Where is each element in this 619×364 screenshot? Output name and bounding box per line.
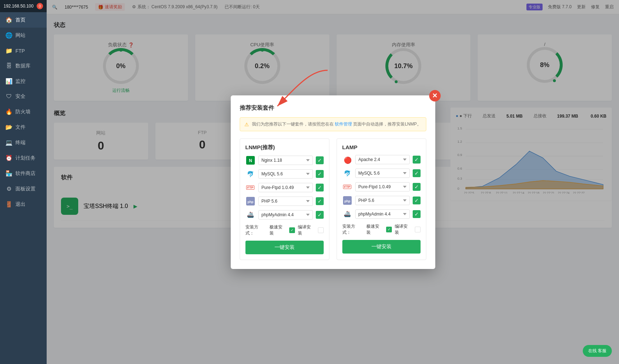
sidebar-item-settings[interactable]: ⚙ 面板设置 (0, 181, 47, 197)
mysql-lamp-icon: 🐬 (342, 168, 352, 178)
sidebar-item-security[interactable]: 🛡 安全 (0, 89, 47, 104)
phpmyadmin-lnmp-row: 🚢 phpMyAdmin 4.4 ✓ (245, 210, 324, 220)
mysql-lnmp-select[interactable]: MySQL 5.6 (258, 169, 313, 179)
sidebar-item-database[interactable]: 🗄 数据库 (0, 58, 47, 74)
lamp-fast-checkbox[interactable]: ✓ (386, 227, 392, 232)
lnmp-title: LNMP(推荐) (245, 144, 324, 151)
modal-title: 推荐安装套件 (240, 104, 426, 112)
svg-text:🐬: 🐬 (344, 170, 351, 177)
phpmyadmin-lamp-row: 🚢 phpMyAdmin 4.4 ✓ (342, 209, 421, 219)
apache-row: 🔴 Apache 2.4 ✓ (342, 155, 421, 165)
settings-icon: ⚙ (5, 185, 13, 192)
sidebar-item-cron[interactable]: ⏰ 计划任务 (0, 150, 47, 166)
main-content: 🔍 180****7675 🎁 速请奖励 ⚙ 系统： CentOS 7.9.20… (47, 0, 619, 364)
sidebar-label-appstore: 软件商店 (15, 170, 36, 177)
mysql-lnmp-checkbox[interactable]: ✓ (316, 170, 324, 178)
ftp-icon: 📁 (5, 47, 13, 54)
php-lamp-checkbox[interactable]: ✓ (413, 197, 421, 204)
svg-text:🔴: 🔴 (344, 156, 352, 164)
pureftpd-lamp-icon: FTP (342, 182, 352, 192)
svg-text:🐬: 🐬 (247, 171, 254, 178)
mysql-lnmp-row: 🐬 MySQL 5.6 ✓ (245, 169, 324, 179)
database-icon: 🗄 (5, 63, 13, 69)
terminal-icon: 💻 (5, 139, 13, 146)
notice-link[interactable]: 软件管理 (335, 122, 352, 127)
php-lamp-icon: php (342, 195, 352, 205)
sidebar-label-security: 安全 (15, 93, 25, 100)
nginx-row: N Nginx 1.18 ✓ (245, 155, 324, 165)
sidebar-item-monitor[interactable]: 📊 监控 (0, 74, 47, 89)
modal-close-button[interactable]: ✕ (429, 90, 441, 101)
php-lnmp-select[interactable]: PHP 5.6 (258, 197, 313, 206)
phpmyadmin-lamp-icon: 🚢 (342, 209, 352, 219)
lnmp-install-button[interactable]: 一键安装 (245, 241, 324, 254)
php-lnmp-row: php PHP 5.6 ✓ (245, 196, 324, 206)
sidebar-item-website[interactable]: 🌐 网站 (0, 28, 47, 43)
phpmyadmin-lamp-select[interactable]: phpMyAdmin 4.4 (355, 209, 410, 219)
nginx-checkbox[interactable]: ✓ (316, 156, 324, 164)
apache-checkbox[interactable]: ✓ (413, 156, 421, 164)
pureftpd-lamp-row: FTP Pure-Ftpd 1.0.49 ✓ (342, 182, 421, 192)
security-icon: 🛡 (5, 93, 13, 100)
packages-container: LNMP(推荐) N Nginx 1.18 ✓ (240, 138, 426, 260)
pureftpd-lamp-checkbox[interactable]: ✓ (413, 183, 421, 191)
sidebar-label-database: 数据库 (15, 63, 31, 69)
pureftpd-lamp-select[interactable]: Pure-Ftpd 1.0.49 (355, 182, 410, 192)
mysql-lamp-row: 🐬 MySQL 5.6 ✓ (342, 168, 421, 178)
sidebar-item-home[interactable]: 🏠 首页 (0, 12, 47, 28)
apache-select[interactable]: Apache 2.4 (355, 155, 410, 164)
php-lnmp-icon: php (245, 196, 255, 206)
appstore-icon: 🏪 (5, 170, 13, 177)
lnmp-install-method: 安装方式： 极速安装 ✓ 编译安装 (245, 224, 324, 236)
lnmp-compile-checkbox[interactable] (318, 227, 324, 233)
sidebar-label-home: 首页 (15, 17, 25, 23)
sidebar-label-files: 文件 (15, 124, 25, 131)
sidebar-item-files[interactable]: 📂 文件 (0, 119, 47, 135)
cron-icon: ⏰ (5, 155, 13, 161)
lamp-title: LAMP (342, 144, 421, 150)
svg-text:php: php (344, 199, 350, 203)
phpmyadmin-lnmp-select[interactable]: phpMyAdmin 4.4 (258, 210, 313, 219)
sidebar-header: 192.168.50.100 0 (0, 0, 47, 12)
nginx-select[interactable]: Nginx 1.18 (258, 156, 313, 165)
files-icon: 📂 (5, 124, 13, 131)
modal-dialog: ✕ 推荐安装套件 ⚠ 我们为您推荐以下一键套件，请按照您在在 软件管理 页面中自… (231, 95, 435, 269)
php-lnmp-checkbox[interactable]: ✓ (316, 197, 324, 205)
pureftpd-lnmp-select[interactable]: Pure-Ftpd 1.0.49 (258, 183, 313, 192)
lamp-column: LAMP 🔴 Apache 2.4 ✓ 🐬 (337, 138, 426, 260)
mysql-lamp-checkbox[interactable]: ✓ (413, 169, 421, 177)
phpmyadmin-lnmp-checkbox[interactable]: ✓ (316, 211, 324, 219)
lnmp-fast-checkbox[interactable]: ✓ (289, 227, 295, 233)
website-icon: 🌐 (5, 32, 13, 39)
sidebar-label-firewall: 防火墙 (15, 109, 31, 115)
sidebar: 192.168.50.100 0 🏠 首页 🌐 网站 📁 FTP 🗄 数据库 📊… (0, 0, 47, 364)
monitor-icon: 📊 (5, 78, 13, 85)
modal-notice: ⚠ 我们为您推荐以下一键套件，请按照您在在 软件管理 页面中自动选择，推荐安装L… (240, 117, 426, 131)
sidebar-item-terminal[interactable]: 💻 终端 (0, 135, 47, 150)
lamp-compile-checkbox[interactable] (415, 227, 421, 232)
sidebar-label-terminal: 终端 (15, 140, 25, 146)
sidebar-label-monitor: 监控 (15, 78, 25, 85)
phpmyadmin-lnmp-icon: 🚢 (245, 210, 255, 220)
sidebar-item-logout[interactable]: 🚪 退出 (0, 197, 47, 212)
pureftpd-lnmp-checkbox[interactable]: ✓ (316, 184, 324, 192)
pureftpd-lnmp-row: FTP Pure-Ftpd 1.0.49 ✓ (245, 183, 324, 193)
apache-icon: 🔴 (342, 155, 352, 165)
phpmyadmin-lamp-checkbox[interactable]: ✓ (413, 210, 421, 218)
online-service-button[interactable]: 在线 客服 (583, 345, 612, 357)
sidebar-label-settings: 面板设置 (15, 186, 36, 192)
warning-icon: ⚠ (244, 122, 249, 127)
sidebar-item-ftp[interactable]: 📁 FTP (0, 43, 47, 58)
php-lamp-select[interactable]: PHP 5.6 (355, 196, 410, 205)
sidebar-item-firewall[interactable]: 🔥 防火墙 (0, 104, 47, 119)
lnmp-column: LNMP(推荐) N Nginx 1.18 ✓ (240, 138, 329, 260)
logout-icon: 🚪 (5, 201, 13, 208)
mysql-lnmp-icon: 🐬 (245, 169, 255, 179)
lamp-install-method: 安装方式： 极速安装 ✓ 编译安装 (342, 223, 421, 236)
sidebar-item-appstore[interactable]: 🏪 软件商店 (0, 166, 47, 181)
nginx-icon: N (245, 155, 255, 165)
lamp-install-button[interactable]: 一键安装 (342, 240, 421, 254)
mysql-lamp-select[interactable]: MySQL 5.6 (355, 169, 410, 178)
sidebar-ip: 192.168.50.100 (4, 4, 33, 9)
sidebar-label-ftp: FTP (15, 48, 25, 54)
